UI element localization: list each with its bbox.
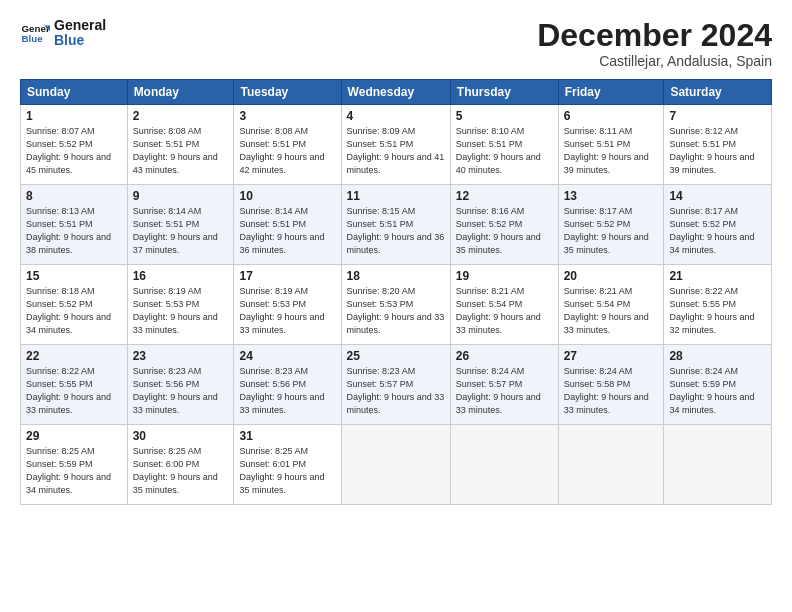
calendar-cell: 19 Sunrise: 8:21 AMSunset: 5:54 PMDaylig…: [450, 265, 558, 345]
day-number: 1: [26, 109, 122, 123]
svg-text:General: General: [22, 23, 51, 34]
day-info: Sunrise: 8:20 AMSunset: 5:53 PMDaylight:…: [347, 286, 445, 335]
day-number: 14: [669, 189, 766, 203]
calendar-cell: 28 Sunrise: 8:24 AMSunset: 5:59 PMDaylig…: [664, 345, 772, 425]
calendar-cell: 7 Sunrise: 8:12 AMSunset: 5:51 PMDayligh…: [664, 105, 772, 185]
calendar-cell: 25 Sunrise: 8:23 AMSunset: 5:57 PMDaylig…: [341, 345, 450, 425]
day-number: 27: [564, 349, 659, 363]
day-info: Sunrise: 8:13 AMSunset: 5:51 PMDaylight:…: [26, 206, 111, 255]
week-row-5: 29 Sunrise: 8:25 AMSunset: 5:59 PMDaylig…: [21, 425, 772, 505]
col-header-monday: Monday: [127, 80, 234, 105]
calendar-cell: 29 Sunrise: 8:25 AMSunset: 5:59 PMDaylig…: [21, 425, 128, 505]
calendar-cell: 31 Sunrise: 8:25 AMSunset: 6:01 PMDaylig…: [234, 425, 341, 505]
calendar-cell: 23 Sunrise: 8:23 AMSunset: 5:56 PMDaylig…: [127, 345, 234, 425]
calendar-cell: 30 Sunrise: 8:25 AMSunset: 6:00 PMDaylig…: [127, 425, 234, 505]
calendar-cell: 3 Sunrise: 8:08 AMSunset: 5:51 PMDayligh…: [234, 105, 341, 185]
day-number: 21: [669, 269, 766, 283]
day-number: 11: [347, 189, 445, 203]
calendar-header-row: SundayMondayTuesdayWednesdayThursdayFrid…: [21, 80, 772, 105]
day-info: Sunrise: 8:21 AMSunset: 5:54 PMDaylight:…: [564, 286, 649, 335]
day-info: Sunrise: 8:25 AMSunset: 6:01 PMDaylight:…: [239, 446, 324, 495]
day-info: Sunrise: 8:08 AMSunset: 5:51 PMDaylight:…: [133, 126, 218, 175]
calendar-cell: 22 Sunrise: 8:22 AMSunset: 5:55 PMDaylig…: [21, 345, 128, 425]
day-number: 25: [347, 349, 445, 363]
calendar-cell: [341, 425, 450, 505]
logo-blue: Blue: [54, 33, 106, 48]
day-info: Sunrise: 8:11 AMSunset: 5:51 PMDaylight:…: [564, 126, 649, 175]
calendar-cell: 26 Sunrise: 8:24 AMSunset: 5:57 PMDaylig…: [450, 345, 558, 425]
calendar-cell: 18 Sunrise: 8:20 AMSunset: 5:53 PMDaylig…: [341, 265, 450, 345]
calendar-cell: 15 Sunrise: 8:18 AMSunset: 5:52 PMDaylig…: [21, 265, 128, 345]
week-row-1: 1 Sunrise: 8:07 AMSunset: 5:52 PMDayligh…: [21, 105, 772, 185]
day-number: 12: [456, 189, 553, 203]
day-number: 15: [26, 269, 122, 283]
calendar-cell: 20 Sunrise: 8:21 AMSunset: 5:54 PMDaylig…: [558, 265, 664, 345]
calendar-cell: 27 Sunrise: 8:24 AMSunset: 5:58 PMDaylig…: [558, 345, 664, 425]
day-info: Sunrise: 8:08 AMSunset: 5:51 PMDaylight:…: [239, 126, 324, 175]
day-info: Sunrise: 8:12 AMSunset: 5:51 PMDaylight:…: [669, 126, 754, 175]
calendar-cell: 10 Sunrise: 8:14 AMSunset: 5:51 PMDaylig…: [234, 185, 341, 265]
calendar-cell: 1 Sunrise: 8:07 AMSunset: 5:52 PMDayligh…: [21, 105, 128, 185]
day-number: 19: [456, 269, 553, 283]
day-info: Sunrise: 8:17 AMSunset: 5:52 PMDaylight:…: [564, 206, 649, 255]
calendar-cell: 13 Sunrise: 8:17 AMSunset: 5:52 PMDaylig…: [558, 185, 664, 265]
day-number: 5: [456, 109, 553, 123]
day-info: Sunrise: 8:09 AMSunset: 5:51 PMDaylight:…: [347, 126, 445, 175]
day-info: Sunrise: 8:14 AMSunset: 5:51 PMDaylight:…: [133, 206, 218, 255]
day-number: 9: [133, 189, 229, 203]
calendar-table: SundayMondayTuesdayWednesdayThursdayFrid…: [20, 79, 772, 505]
day-number: 20: [564, 269, 659, 283]
day-number: 31: [239, 429, 335, 443]
week-row-2: 8 Sunrise: 8:13 AMSunset: 5:51 PMDayligh…: [21, 185, 772, 265]
calendar-cell: 5 Sunrise: 8:10 AMSunset: 5:51 PMDayligh…: [450, 105, 558, 185]
calendar-cell: 21 Sunrise: 8:22 AMSunset: 5:55 PMDaylig…: [664, 265, 772, 345]
day-number: 2: [133, 109, 229, 123]
col-header-thursday: Thursday: [450, 80, 558, 105]
day-info: Sunrise: 8:25 AMSunset: 6:00 PMDaylight:…: [133, 446, 218, 495]
day-number: 24: [239, 349, 335, 363]
day-info: Sunrise: 8:15 AMSunset: 5:51 PMDaylight:…: [347, 206, 445, 255]
calendar-cell: 17 Sunrise: 8:19 AMSunset: 5:53 PMDaylig…: [234, 265, 341, 345]
day-number: 23: [133, 349, 229, 363]
day-number: 30: [133, 429, 229, 443]
col-header-tuesday: Tuesday: [234, 80, 341, 105]
day-number: 16: [133, 269, 229, 283]
day-info: Sunrise: 8:24 AMSunset: 5:59 PMDaylight:…: [669, 366, 754, 415]
day-info: Sunrise: 8:17 AMSunset: 5:52 PMDaylight:…: [669, 206, 754, 255]
calendar-cell: 8 Sunrise: 8:13 AMSunset: 5:51 PMDayligh…: [21, 185, 128, 265]
calendar-cell: [664, 425, 772, 505]
logo-icon: General Blue: [20, 18, 50, 48]
calendar-cell: 14 Sunrise: 8:17 AMSunset: 5:52 PMDaylig…: [664, 185, 772, 265]
col-header-wednesday: Wednesday: [341, 80, 450, 105]
day-number: 18: [347, 269, 445, 283]
day-info: Sunrise: 8:21 AMSunset: 5:54 PMDaylight:…: [456, 286, 541, 335]
day-info: Sunrise: 8:25 AMSunset: 5:59 PMDaylight:…: [26, 446, 111, 495]
day-info: Sunrise: 8:23 AMSunset: 5:57 PMDaylight:…: [347, 366, 445, 415]
col-header-sunday: Sunday: [21, 80, 128, 105]
page: General Blue General Blue December 2024 …: [0, 0, 792, 612]
day-info: Sunrise: 8:14 AMSunset: 5:51 PMDaylight:…: [239, 206, 324, 255]
day-number: 10: [239, 189, 335, 203]
day-number: 7: [669, 109, 766, 123]
col-header-saturday: Saturday: [664, 80, 772, 105]
day-number: 8: [26, 189, 122, 203]
day-info: Sunrise: 8:23 AMSunset: 5:56 PMDaylight:…: [239, 366, 324, 415]
month-title: December 2024: [537, 18, 772, 53]
calendar-cell: 2 Sunrise: 8:08 AMSunset: 5:51 PMDayligh…: [127, 105, 234, 185]
header: General Blue General Blue December 2024 …: [20, 18, 772, 69]
day-number: 17: [239, 269, 335, 283]
calendar-cell: 4 Sunrise: 8:09 AMSunset: 5:51 PMDayligh…: [341, 105, 450, 185]
day-number: 22: [26, 349, 122, 363]
col-header-friday: Friday: [558, 80, 664, 105]
day-number: 26: [456, 349, 553, 363]
day-info: Sunrise: 8:07 AMSunset: 5:52 PMDaylight:…: [26, 126, 111, 175]
day-number: 6: [564, 109, 659, 123]
title-block: December 2024 Castillejar, Andalusia, Sp…: [537, 18, 772, 69]
week-row-3: 15 Sunrise: 8:18 AMSunset: 5:52 PMDaylig…: [21, 265, 772, 345]
day-number: 28: [669, 349, 766, 363]
calendar-cell: [558, 425, 664, 505]
calendar-cell: 6 Sunrise: 8:11 AMSunset: 5:51 PMDayligh…: [558, 105, 664, 185]
calendar-cell: 9 Sunrise: 8:14 AMSunset: 5:51 PMDayligh…: [127, 185, 234, 265]
calendar-cell: 24 Sunrise: 8:23 AMSunset: 5:56 PMDaylig…: [234, 345, 341, 425]
calendar-cell: 12 Sunrise: 8:16 AMSunset: 5:52 PMDaylig…: [450, 185, 558, 265]
